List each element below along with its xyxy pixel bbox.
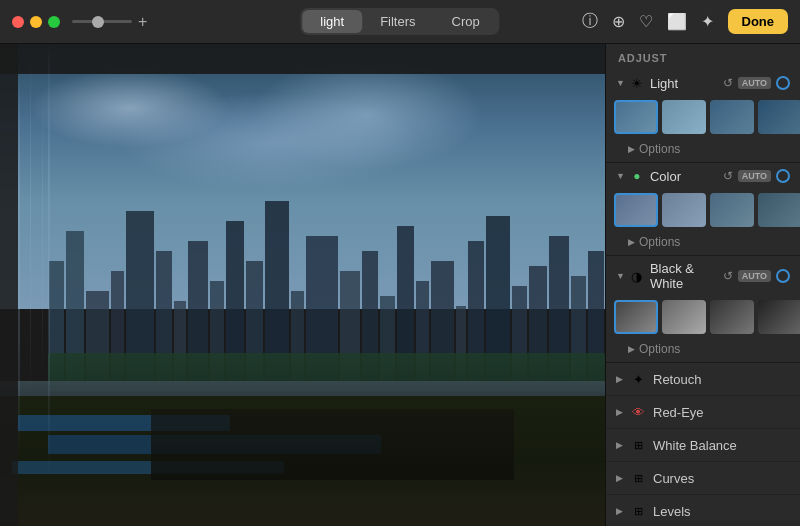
section-color: ▼ ● Color ↺ AUTO ▶ Options: [606, 163, 800, 256]
sparkles-icon[interactable]: ✦: [701, 12, 714, 31]
color-options-row[interactable]: ▶ Options: [606, 233, 800, 255]
red-eye-chevron-icon: ▶: [616, 407, 623, 417]
color-toggle-btn[interactable]: [776, 169, 790, 183]
light-auto-badge[interactable]: AUTO: [738, 77, 771, 89]
done-button[interactable]: Done: [728, 9, 789, 34]
nav-tabs: light Filters Crop: [300, 8, 499, 35]
crop-toolbar-icon[interactable]: ⬜: [667, 12, 687, 31]
bw-thumbnails: [606, 296, 800, 340]
curves-label: Curves: [653, 471, 694, 486]
wb-grid-icon: ⊞: [629, 436, 647, 454]
color-auto-badge[interactable]: AUTO: [738, 170, 771, 182]
color-reset-icon[interactable]: ↺: [723, 169, 733, 183]
curves-grid-icon: ⊞: [629, 469, 647, 487]
bw-auto-badge[interactable]: AUTO: [738, 270, 771, 282]
right-panel: ADJUST ▼ ☀ Light ↺ AUTO ▶ Opt: [605, 44, 800, 526]
list-item-levels[interactable]: ▶ ⊞ Levels: [606, 495, 800, 526]
color-thumb-4[interactable]: [758, 193, 800, 227]
list-item-retouch[interactable]: ▶ ✦ Retouch: [606, 363, 800, 396]
color-thumb-1[interactable]: [614, 193, 658, 227]
info-icon[interactable]: ⓘ: [582, 11, 598, 32]
color-chevron-icon: ▼: [616, 171, 625, 181]
photo-scene: [0, 44, 605, 526]
heart-icon[interactable]: ♡: [639, 12, 653, 31]
color-thumb-3[interactable]: [710, 193, 754, 227]
red-eye-label: Red-Eye: [653, 405, 704, 420]
foreground-structures: [151, 409, 514, 481]
traffic-lights: [12, 16, 60, 28]
bw-options-label: Options: [639, 342, 680, 356]
window-frame-left: [0, 44, 18, 526]
light-sun-icon: ☀: [629, 75, 645, 91]
light-options-chevron-icon: ▶: [628, 144, 635, 154]
bw-thumb-1[interactable]: [614, 300, 658, 334]
close-button[interactable]: [12, 16, 24, 28]
window-frame-top: [0, 44, 605, 74]
bw-thumb-3[interactable]: [710, 300, 754, 334]
tab-crop[interactable]: Crop: [434, 10, 498, 33]
section-color-header[interactable]: ▼ ● Color ↺ AUTO: [606, 163, 800, 189]
color-controls: ↺ AUTO: [723, 169, 790, 183]
brightness-slider-area: +: [72, 14, 147, 30]
bw-thumb-2[interactable]: [662, 300, 706, 334]
light-thumb-1[interactable]: [614, 100, 658, 134]
light-thumb-3[interactable]: [710, 100, 754, 134]
rain-streak-3: [42, 92, 43, 381]
rain-streak-4: [48, 44, 50, 478]
section-bw: ▼ ◑ Black & White ↺ AUTO ▶ Options: [606, 256, 800, 363]
brightness-slider[interactable]: [72, 20, 132, 23]
plus-circle-icon[interactable]: ⊕: [612, 12, 625, 31]
bw-options-row[interactable]: ▶ Options: [606, 340, 800, 362]
list-item-white-balance[interactable]: ▶ ⊞ White Balance: [606, 429, 800, 462]
rain-streak-2: [30, 58, 31, 395]
light-toggle-btn[interactable]: [776, 76, 790, 90]
light-thumb-2[interactable]: [662, 100, 706, 134]
color-thumbnails: [606, 189, 800, 233]
light-reset-icon[interactable]: ↺: [723, 76, 733, 90]
minimize-button[interactable]: [30, 16, 42, 28]
slider-plus-icon: +: [138, 14, 147, 30]
light-label: Light: [650, 76, 723, 91]
section-light-header[interactable]: ▼ ☀ Light ↺ AUTO: [606, 70, 800, 96]
color-options-label: Options: [639, 235, 680, 249]
wb-chevron-icon: ▶: [616, 440, 623, 450]
curves-chevron-icon: ▶: [616, 473, 623, 483]
retouch-wand-icon: ✦: [629, 370, 647, 388]
bw-label: Black & White: [650, 261, 723, 291]
buildings: [48, 179, 605, 381]
tab-filters[interactable]: Filters: [362, 10, 433, 33]
levels-grid-icon: ⊞: [629, 502, 647, 520]
bw-half-circle-icon: ◑: [629, 268, 645, 284]
bw-thumb-4[interactable]: [758, 300, 800, 334]
color-thumb-2[interactable]: [662, 193, 706, 227]
red-eye-icon: 👁: [629, 403, 647, 421]
tab-adjust[interactable]: light: [302, 10, 362, 33]
list-item-red-eye[interactable]: ▶ 👁 Red-Eye: [606, 396, 800, 429]
bw-chevron-icon: ▼: [616, 271, 625, 281]
white-balance-label: White Balance: [653, 438, 737, 453]
main-content: ADJUST ▼ ☀ Light ↺ AUTO ▶ Opt: [0, 44, 800, 526]
color-options-chevron-icon: ▶: [628, 237, 635, 247]
rain-streak-1: [18, 68, 20, 454]
bw-controls: ↺ AUTO: [723, 269, 790, 283]
light-thumb-4[interactable]: [758, 100, 800, 134]
light-controls: ↺ AUTO: [723, 76, 790, 90]
levels-label: Levels: [653, 504, 691, 519]
section-bw-header[interactable]: ▼ ◑ Black & White ↺ AUTO: [606, 256, 800, 296]
photo-area: [0, 44, 605, 526]
bw-options-chevron-icon: ▶: [628, 344, 635, 354]
panel-title: ADJUST: [606, 44, 800, 70]
titlebar-icons: ⓘ ⊕ ♡ ⬜ ✦ Done: [582, 9, 789, 34]
list-item-curves[interactable]: ▶ ⊞ Curves: [606, 462, 800, 495]
retouch-label: Retouch: [653, 372, 701, 387]
bw-reset-icon[interactable]: ↺: [723, 269, 733, 283]
light-thumbnails: [606, 96, 800, 140]
levels-chevron-icon: ▶: [616, 506, 623, 516]
color-label: Color: [650, 169, 723, 184]
retouch-chevron-icon: ▶: [616, 374, 623, 384]
maximize-button[interactable]: [48, 16, 60, 28]
bw-toggle-btn[interactable]: [776, 269, 790, 283]
section-light: ▼ ☀ Light ↺ AUTO ▶ Options: [606, 70, 800, 163]
light-options-row[interactable]: ▶ Options: [606, 140, 800, 162]
ground-area: [0, 396, 605, 526]
